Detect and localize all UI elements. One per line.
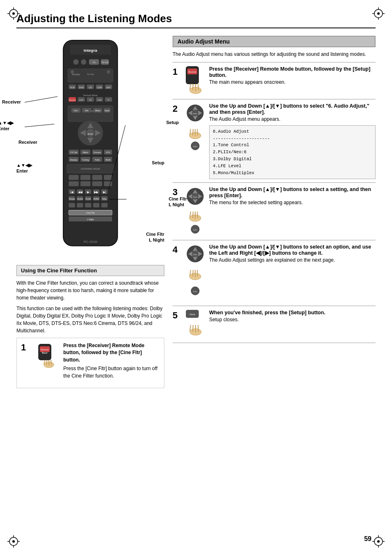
- audio-step2-body: Use the Up and Down [▲]/[▼] buttons to s…: [207, 103, 376, 179]
- audio-step1-num: 1: [173, 67, 184, 77]
- svg-point-19: [377, 540, 380, 543]
- label-setup-text: Setup: [152, 160, 164, 165]
- cine-filter-intro1: With the Cine Filter function, you can c…: [16, 279, 164, 302]
- audio-step-2: 2 Enter: [173, 99, 376, 182]
- cine-filter-section-title: Using the Cine Filter Function: [16, 265, 164, 276]
- cine-filter-step1: 1 Rcvr Receiver: [21, 342, 160, 380]
- step1-content: Press the [Receiver] Remote Mode button,…: [63, 342, 160, 380]
- page-title: Adjusting the Listening Modes: [16, 12, 376, 28]
- svg-point-37: [107, 70, 111, 74]
- svg-line-150: [193, 84, 193, 90]
- audio-adjust-intro: The Audio Adjust menu has various settin…: [173, 51, 376, 58]
- svg-line-199: [193, 325, 193, 332]
- label-setup: Setup: [166, 120, 179, 125]
- audio-step5-num: 5: [173, 310, 184, 321]
- corner-mark-bl: [7, 535, 20, 548]
- audio-step5-body: When you've finished, press the [Setup] …: [207, 309, 376, 323]
- left-column: Integra TV TV CH Standby TV Vol: [16, 36, 164, 388]
- label-enter: ▲▼◀▶ Enter: [0, 120, 14, 132]
- svg-point-1: [12, 12, 15, 15]
- svg-line-178: [197, 212, 198, 218]
- svg-text:Enter: Enter: [193, 290, 197, 292]
- svg-line-142: [46, 360, 47, 365]
- corner-mark-tl: [7, 7, 20, 20]
- audio-step-3: 3 Enter Enter: [173, 182, 376, 240]
- svg-point-27: [73, 59, 78, 64]
- corner-mark-tr: [372, 7, 385, 20]
- svg-text:TV: TV: [92, 61, 95, 64]
- svg-point-7: [377, 12, 380, 15]
- audio-step4-icon: Enter Enter: [184, 244, 207, 302]
- svg-line-190: [193, 270, 193, 276]
- audio-step-1: 1 Receiver Press the [Receiver] Remote M…: [173, 62, 376, 99]
- svg-text:Integra: Integra: [84, 48, 97, 53]
- right-column: Audio Adjust Menu The Audio Adjust menu …: [173, 36, 376, 388]
- audio-step2-icon: Enter Enter: [184, 103, 207, 153]
- audio-step1-icon: Receiver: [184, 66, 207, 96]
- audio-step-4: 4 Enter Enter: [173, 240, 376, 306]
- cine-filter-intro2: This function can be used with the follo…: [16, 305, 164, 334]
- corner-mark-br: [372, 535, 385, 548]
- audio-step4-num: 4: [173, 244, 184, 255]
- audio-step3-body: Use the Up and Down [▲]/[▼] buttons to s…: [207, 186, 376, 206]
- label-cinefltr: Cine Fltr L Night: [168, 196, 187, 208]
- audio-step5-icon: Setup: [184, 309, 207, 339]
- svg-text:Enter: Enter: [193, 145, 197, 147]
- label-receiver-text: Receiver: [18, 140, 37, 145]
- audio-osd-box: 6.Audio Adjust ---------------------- 1.…: [209, 125, 376, 180]
- label-enter-text: ▲▼◀▶ Enter: [16, 162, 32, 174]
- svg-line-162: [193, 129, 193, 136]
- svg-point-36: [71, 70, 74, 74]
- svg-text:Receiver: Receiver: [188, 71, 196, 73]
- svg-text:Setup: Setup: [189, 313, 195, 315]
- audio-step-5: 5 Setup When you've finished, press the …: [173, 306, 376, 343]
- audio-step4-body: Use the Up and Down [▲]/[▼] buttons to s…: [207, 244, 376, 264]
- svg-text:Enter: Enter: [193, 229, 197, 231]
- svg-text:Enter: Enter: [193, 113, 197, 115]
- svg-line-164: [197, 129, 198, 136]
- svg-text:Enter: Enter: [193, 196, 197, 198]
- audio-adjust-title: Audio Adjust Menu: [173, 36, 376, 47]
- page-number: 59: [364, 535, 371, 543]
- cine-filter-step-box: 1 Rcvr Receiver: [16, 338, 164, 388]
- audio-step2-num: 2: [173, 104, 184, 114]
- audio-step1-body: Press the [Receiver] Remote Mode button,…: [207, 66, 376, 86]
- svg-line-152: [198, 84, 198, 90]
- svg-text:Receiver: Receiver: [41, 348, 49, 351]
- step1-icon: Rcvr Receiver: [37, 342, 59, 370]
- svg-point-28: [81, 59, 86, 64]
- label-cinefltr-text: Cine Fltr L Night: [146, 231, 164, 243]
- svg-text:TV CH: TV CH: [101, 61, 108, 64]
- audio-step3-icon: Enter Enter: [184, 186, 207, 237]
- svg-text:Enter: Enter: [193, 253, 197, 256]
- svg-line-176: [193, 212, 193, 218]
- step1-num: 1: [21, 342, 32, 353]
- svg-line-201: [198, 325, 198, 332]
- svg-point-13: [12, 540, 15, 543]
- svg-text:TV Vol: TV Vol: [87, 73, 94, 76]
- svg-line-192: [197, 270, 198, 276]
- svg-line-144: [51, 360, 51, 365]
